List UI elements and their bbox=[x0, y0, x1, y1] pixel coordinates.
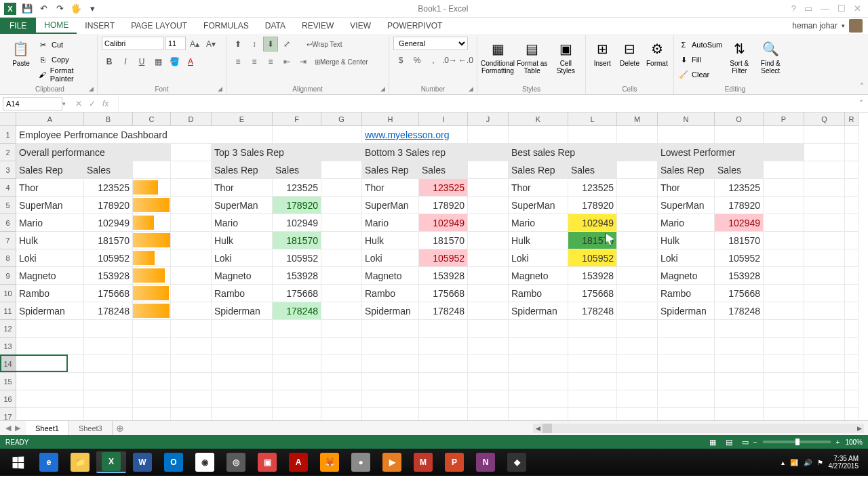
cell[interactable] bbox=[845, 390, 859, 407]
cell[interactable] bbox=[171, 144, 212, 161]
cell[interactable]: 105952 bbox=[715, 249, 764, 266]
cell[interactable]: 102949 bbox=[84, 214, 133, 231]
cell[interactable] bbox=[133, 249, 171, 266]
zoom-in-button[interactable]: + bbox=[836, 439, 840, 446]
cell[interactable] bbox=[617, 390, 658, 407]
cell[interactable] bbox=[171, 320, 212, 337]
taskbar-app5[interactable]: ◆ bbox=[502, 451, 532, 473]
cell[interactable]: Loki bbox=[16, 249, 84, 266]
cell[interactable] bbox=[764, 285, 804, 302]
cell[interactable] bbox=[419, 320, 468, 337]
cell[interactable] bbox=[133, 197, 171, 214]
col-header-A[interactable]: A bbox=[16, 113, 84, 126]
cell[interactable]: Thor bbox=[212, 179, 273, 196]
cell[interactable] bbox=[133, 179, 171, 196]
cell[interactable]: 105952 bbox=[419, 249, 468, 266]
cell[interactable]: Sales bbox=[715, 161, 764, 178]
cell[interactable]: Lowest Performer bbox=[658, 144, 804, 161]
taskbar-onenote[interactable]: N bbox=[471, 451, 500, 473]
cell[interactable] bbox=[133, 355, 171, 372]
cell[interactable] bbox=[321, 355, 362, 372]
cell[interactable] bbox=[568, 126, 617, 143]
cell[interactable] bbox=[804, 355, 845, 372]
cell[interactable] bbox=[16, 355, 84, 372]
cell[interactable]: Magneto bbox=[16, 267, 84, 284]
wrap-text-button[interactable]: ↩ Wrap Text bbox=[304, 37, 345, 52]
row-header-11[interactable]: 11 bbox=[0, 302, 16, 320]
cell[interactable] bbox=[764, 214, 804, 231]
cell[interactable] bbox=[171, 267, 212, 284]
cell[interactable] bbox=[617, 161, 658, 178]
cell[interactable] bbox=[419, 408, 468, 420]
cell[interactable]: 181570 bbox=[273, 232, 321, 249]
tab-page-layout[interactable]: PAGE LAYOUT bbox=[123, 18, 195, 34]
cell[interactable] bbox=[804, 267, 845, 284]
cell[interactable] bbox=[171, 373, 212, 390]
cell[interactable] bbox=[658, 390, 715, 407]
cell[interactable] bbox=[362, 373, 419, 390]
cell[interactable] bbox=[845, 249, 859, 266]
cell[interactable] bbox=[321, 214, 362, 231]
clipboard-launcher[interactable]: ◢ bbox=[89, 85, 96, 92]
cell[interactable] bbox=[715, 320, 764, 337]
cell[interactable]: Sales bbox=[84, 161, 133, 178]
taskbar-excel[interactable]: X bbox=[96, 451, 126, 473]
cell[interactable] bbox=[509, 126, 568, 143]
hscroll-track[interactable] bbox=[542, 424, 854, 433]
cell[interactable]: 123525 bbox=[568, 179, 617, 196]
cell[interactable] bbox=[617, 302, 658, 319]
tab-review[interactable]: REVIEW bbox=[294, 18, 342, 34]
cell[interactable]: 175668 bbox=[84, 285, 133, 302]
align-top-button[interactable]: ⬆ bbox=[231, 37, 245, 52]
row-header-5[interactable]: 5 bbox=[0, 197, 16, 214]
cell[interactable] bbox=[764, 338, 804, 354]
qat-customize-icon[interactable]: ▾ bbox=[87, 3, 98, 14]
col-header-H[interactable]: H bbox=[362, 113, 419, 126]
row-header-17[interactable]: 17 bbox=[0, 408, 16, 420]
cell[interactable] bbox=[212, 373, 273, 390]
cell[interactable] bbox=[568, 355, 617, 372]
fill-button[interactable]: ⬇Fill bbox=[678, 53, 722, 66]
tab-insert[interactable]: INSERT bbox=[77, 18, 123, 34]
cell[interactable] bbox=[617, 355, 658, 372]
cell[interactable] bbox=[845, 179, 859, 196]
align-bottom-button[interactable]: ⬇ bbox=[263, 37, 278, 52]
cell[interactable] bbox=[617, 320, 658, 337]
cell[interactable] bbox=[84, 320, 133, 337]
cell[interactable]: SuperMan bbox=[362, 197, 419, 214]
cell[interactable] bbox=[171, 161, 212, 178]
cell[interactable]: 123525 bbox=[84, 179, 133, 196]
cell[interactable] bbox=[509, 390, 568, 407]
cell[interactable] bbox=[764, 302, 804, 319]
cell[interactable] bbox=[171, 285, 212, 302]
cell[interactable] bbox=[764, 126, 804, 143]
font-launcher[interactable]: ◢ bbox=[218, 85, 224, 92]
row-header-10[interactable]: 10 bbox=[0, 285, 16, 302]
cell[interactable]: Top 3 Sales Rep bbox=[212, 144, 362, 161]
cell[interactable] bbox=[16, 373, 84, 390]
col-header-N[interactable]: N bbox=[658, 113, 715, 126]
cell[interactable] bbox=[321, 197, 362, 214]
cell[interactable]: 123525 bbox=[273, 179, 321, 196]
cell[interactable] bbox=[133, 285, 171, 302]
cell[interactable] bbox=[171, 355, 212, 372]
clear-button[interactable]: 🧹Clear bbox=[678, 68, 722, 81]
cell[interactable] bbox=[617, 249, 658, 266]
expand-formula-bar[interactable]: ˅ bbox=[854, 99, 868, 108]
cell[interactable]: Rambo bbox=[509, 285, 568, 302]
row-header-12[interactable]: 12 bbox=[0, 320, 16, 338]
row-header-13[interactable]: 13 bbox=[0, 338, 16, 355]
cell[interactable]: Mario bbox=[16, 214, 84, 231]
cell[interactable] bbox=[273, 320, 321, 337]
cell[interactable]: 178248 bbox=[84, 302, 133, 319]
cell[interactable] bbox=[16, 390, 84, 407]
cell[interactable] bbox=[133, 320, 171, 337]
row-header-7[interactable]: 7 bbox=[0, 232, 16, 249]
cell[interactable]: 181570 bbox=[84, 232, 133, 249]
cell[interactable] bbox=[845, 338, 859, 354]
fill-color-button[interactable]: 🪣 bbox=[167, 54, 182, 69]
cell[interactable] bbox=[273, 338, 321, 354]
cell[interactable] bbox=[133, 338, 171, 354]
minimize-icon[interactable]: — bbox=[821, 3, 829, 14]
taskbar-chrome[interactable]: ◉ bbox=[190, 451, 220, 473]
